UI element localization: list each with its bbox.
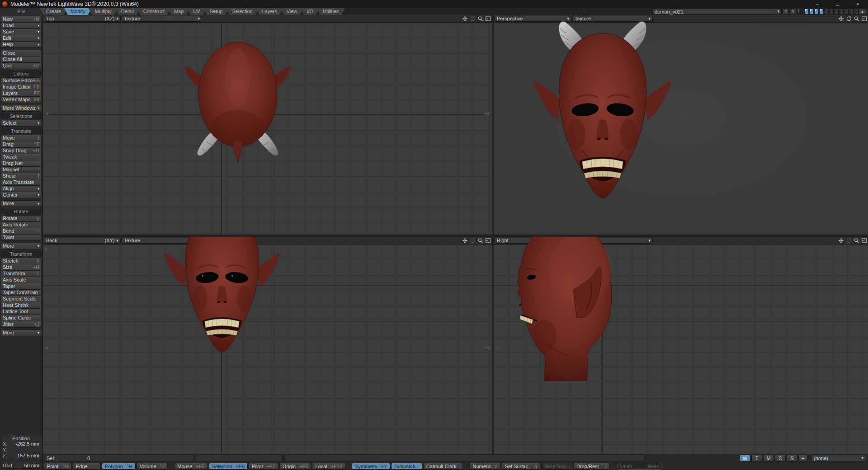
sidebar-item-layers[interactable]: LayersF7 [1,90,41,96]
sidebar-item-new[interactable]: New+N [1,16,41,22]
vmap-new-button[interactable]: + [798,455,807,461]
sidebar-item-align[interactable]: Align▾ [1,186,41,192]
sidebar-item-axis-scale[interactable]: Axis Scale [1,277,41,283]
vmap-mode-c[interactable]: C [775,455,786,461]
vmap-mode-m[interactable]: M [763,455,774,461]
edge-button[interactable]: Edge [73,463,101,470]
layer-next-button[interactable]: > [790,9,796,14]
rotate-icon[interactable] [845,238,852,244]
grid-size-field[interactable]: Grid: 50 mm [1,462,41,469]
shading-mode-dropdown[interactable]: Texture ▾ [122,238,202,244]
sidebar-item-more[interactable]: More▾ [1,330,41,336]
sidebar-item-magnet[interactable]: Magnet: [1,167,41,173]
origin-button[interactable]: Origin+F6 [279,463,311,470]
sidebar-item-vertex-maps[interactable]: Vertex MapsF8 [1,97,41,103]
menu-tab-utilities[interactable]: Utilities [316,8,345,15]
sidebar-item-tweak[interactable]: Tweak [1,154,41,160]
layer-button-8[interactable] [839,9,844,14]
menu-tab-multiply[interactable]: Multiply [88,8,118,15]
menu-tab-create[interactable]: Create [40,8,67,15]
sidebar-item-rotate[interactable]: Rotatey [1,216,41,221]
undo-button[interactable]: Undo [620,463,632,469]
layer-button-5[interactable] [824,9,829,14]
sidebar-item-close-all[interactable]: Close All [1,56,41,62]
zoom-icon[interactable] [853,238,859,244]
sidebar-item-more[interactable]: More▾ [1,243,41,249]
vmap-mode-w[interactable]: W [740,455,750,461]
layer-prev-button[interactable]: < [783,9,789,14]
mouse-button[interactable]: Mouse+F5 [174,463,208,470]
menu-tab-modify[interactable]: Modify [64,8,91,15]
view-type-dropdown[interactable]: Right (ZY) ▾ [495,238,571,244]
sidebar-item-spline-guide[interactable]: Spline Guide [1,315,41,321]
sidebar-item-edit[interactable]: Edit▾ [1,35,41,41]
redo-button[interactable]: Redo [647,463,659,469]
pan-icon[interactable] [462,238,468,244]
numeric-button[interactable]: Numericn [469,463,500,470]
menu-tab-uv[interactable]: UV [187,8,206,15]
sidebar-item-save[interactable]: Save▾ [1,29,41,35]
shading-mode-dropdown[interactable]: Texture ▾ [122,16,202,22]
sidebar-item-snap-drag[interactable]: Snap Drag+G [1,148,41,154]
rotate-icon[interactable] [469,16,476,22]
layer-button-1[interactable] [804,9,809,14]
layer-button-4[interactable] [819,9,824,14]
pivot-button[interactable]: Pivot+F7 [249,463,278,470]
menu-tab-setup[interactable]: Setup [203,8,229,15]
sidebar-item-drag[interactable]: Drag^T [1,141,41,147]
volume-button[interactable]: Volume^J [137,463,168,470]
viewport-perspective-canvas[interactable] [494,23,868,235]
sidebar-item-heat-shrink[interactable]: Heat Shrink [1,302,41,308]
menu-tab-map[interactable]: Map [168,8,190,15]
point-button[interactable]: Point^G [44,463,72,470]
zoom-icon[interactable] [853,16,859,22]
layer-button-6[interactable] [829,9,834,14]
rotate-icon[interactable] [469,238,476,244]
layer-button-2[interactable] [809,9,814,14]
vmap-mode-s[interactable]: S [787,455,797,461]
drop-rest-button[interactable]: Drop/Rest_/ [573,463,610,470]
sidebar-item-quit[interactable]: Quit+Q [1,63,41,69]
sidebar-item-drag-net[interactable]: Drag Net; [1,160,41,166]
sidebar-item-axis-translate[interactable]: Axis Translate [1,179,41,185]
subpatch-button[interactable]: Subpatch [391,463,422,470]
sidebar-item-size[interactable]: Size+H [1,264,41,270]
viewport-top-canvas[interactable]: -x +x [43,23,492,235]
object-selector-dropdown[interactable]: demon_v021 ▾ [652,9,782,14]
menu-tab-layers[interactable]: Layers [256,8,283,15]
view-type-dropdown[interactable]: Perspective ▾ [495,16,571,22]
sidebar-item-bend[interactable]: Bend~ [1,228,41,234]
view-type-dropdown[interactable]: Back (XY) ▾ [44,238,121,244]
set-surfac-button[interactable]: Set Surfac_q [502,463,541,470]
sidebar-item-taper-constrain[interactable]: Taper Constrain [1,290,41,296]
layer-button-3[interactable] [814,9,819,14]
rotate-icon[interactable] [845,16,852,22]
menu-tab-detail[interactable]: Detail [115,8,140,15]
shading-mode-dropdown[interactable]: Texture ▾ [572,238,653,244]
sidebar-item-lattice-tool[interactable]: Lattice Tool [1,309,41,315]
menu-tab-i-o[interactable]: I/O [300,8,320,15]
sidebar-item-surface-editor[interactable]: Surface EditorF5 [1,78,41,84]
viewport-right-canvas[interactable]: -z [494,244,868,454]
selection-button[interactable]: Selection+F8 [209,463,248,470]
sidebar-item-segment-scale[interactable]: Segment Scale [1,296,41,302]
maximize-pane-icon[interactable] [485,238,491,244]
view-type-dropdown[interactable]: Top (XZ) ▾ [44,16,121,22]
sidebar-item-select[interactable]: Select▾ [1,120,41,126]
polygon-button[interactable]: Polygon^H [102,463,136,470]
pan-icon[interactable] [462,16,468,22]
sidebar-item-transform[interactable]: Transform'T [1,271,41,277]
local-button[interactable]: Local+F10 [312,463,345,470]
layer-button-10[interactable] [849,9,854,14]
maximize-pane-icon[interactable] [485,16,491,22]
maximize-pane-icon[interactable] [861,16,867,22]
sidebar-item-taper[interactable]: Taper [1,283,41,289]
sidebar-item-image-editor[interactable]: Image EditorF6 [1,84,41,90]
sidebar-item-jitter[interactable]: Jitter+J [1,321,41,327]
sidebar-item-close[interactable]: Close [1,50,41,56]
layer-button-7[interactable] [834,9,839,14]
viewport-back-canvas[interactable]: y -x +x [43,244,492,454]
layer-button-11[interactable] [854,9,859,14]
menu-tab-construct[interactable]: Construct [137,8,171,15]
close-button[interactable]: × [848,0,868,8]
